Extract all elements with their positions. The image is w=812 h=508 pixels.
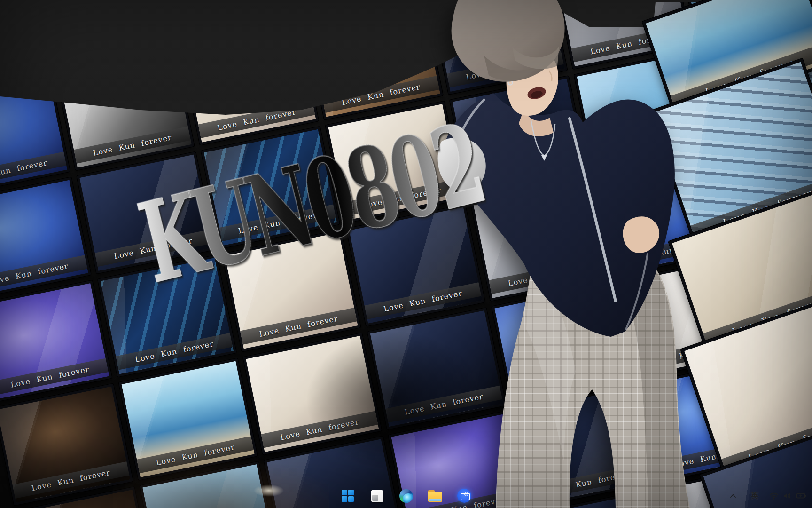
desktop: Love Kun forever Love Kun forever Love K… bbox=[0, 0, 812, 508]
dancing-idol-figure bbox=[414, 0, 695, 508]
volume-icon bbox=[783, 492, 792, 500]
start-button[interactable] bbox=[338, 486, 357, 505]
screen-capture-app-icon bbox=[457, 489, 471, 503]
quick-settings-button[interactable] bbox=[768, 487, 808, 504]
file-explorer-button[interactable] bbox=[426, 486, 445, 505]
wifi-icon bbox=[769, 492, 779, 500]
chevron-up-icon bbox=[729, 492, 737, 500]
hidden-icons-button[interactable] bbox=[725, 487, 742, 504]
white-square-app-button[interactable] bbox=[367, 486, 386, 505]
taskbar-tray: 英 bbox=[725, 484, 808, 508]
battery-charging-icon bbox=[796, 492, 807, 500]
ime-label: 英 bbox=[751, 491, 758, 501]
ime-language-button[interactable]: 英 bbox=[746, 487, 763, 504]
white-square-app-icon bbox=[371, 490, 383, 502]
windows-logo-icon bbox=[342, 490, 354, 502]
file-explorer-icon bbox=[428, 490, 442, 502]
edge-browser-icon bbox=[399, 489, 413, 503]
screen-capture-app-button[interactable] bbox=[455, 486, 474, 505]
taskbar: 英 bbox=[0, 484, 812, 508]
taskbar-center-icons bbox=[338, 484, 474, 508]
edge-browser-button[interactable] bbox=[397, 486, 415, 505]
